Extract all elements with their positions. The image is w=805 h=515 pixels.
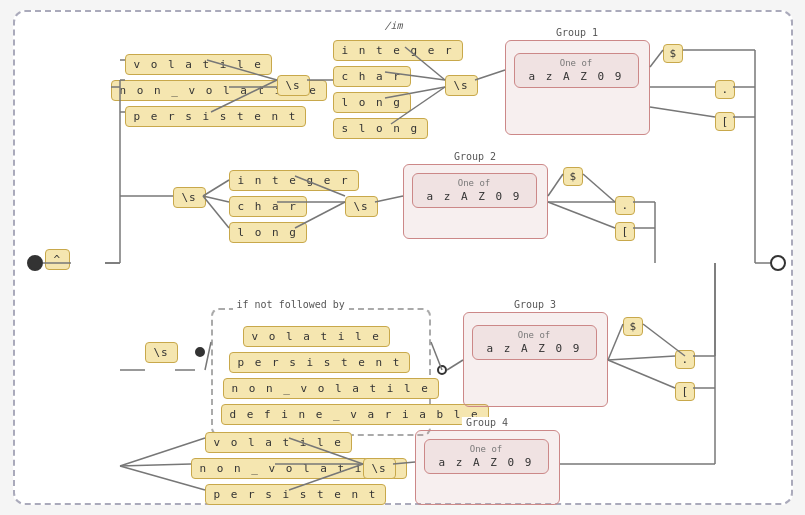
diagram-container: /im ^ v o l a t i l e n o n _ v o l a t …	[13, 10, 793, 505]
svg-line-45	[608, 356, 675, 360]
svg-line-53	[289, 438, 363, 464]
svg-line-21	[650, 107, 715, 117]
svg-line-16	[650, 50, 663, 67]
svg-line-27	[295, 176, 345, 196]
svg-line-40	[205, 342, 211, 370]
svg-line-32	[583, 174, 615, 202]
svg-line-44	[643, 324, 685, 356]
svg-line-31	[548, 174, 563, 196]
svg-line-52	[120, 466, 205, 490]
svg-line-15	[475, 70, 505, 80]
svg-line-9	[211, 80, 277, 112]
svg-line-55	[289, 464, 363, 490]
connections-svg	[15, 12, 791, 503]
svg-line-51	[120, 464, 191, 466]
svg-line-56	[393, 462, 415, 464]
svg-line-29	[295, 202, 345, 228]
svg-line-50	[120, 438, 205, 466]
svg-line-24	[203, 180, 229, 196]
svg-line-36	[548, 202, 615, 228]
svg-line-30	[375, 196, 403, 202]
svg-line-5	[207, 60, 277, 80]
svg-line-43	[608, 324, 623, 360]
svg-line-48	[608, 360, 675, 388]
svg-line-41	[431, 342, 442, 370]
svg-line-42	[447, 360, 463, 370]
